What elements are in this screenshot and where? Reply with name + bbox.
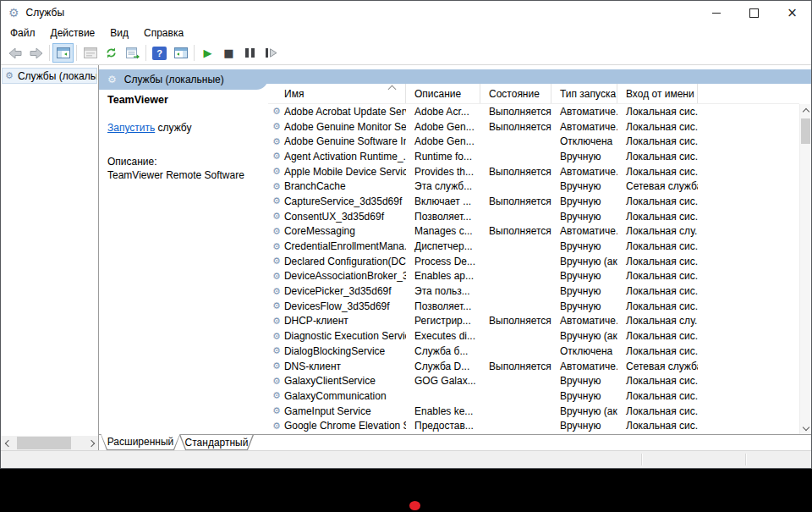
column-header-startup-type[interactable]: Тип запуска — [551, 84, 617, 103]
table-row[interactable]: ⚙Adobe Acrobat Update Serv...Adobe Acr..… — [268, 104, 799, 119]
table-row[interactable]: ⚙Declared Configuration(DC)...Process De… — [268, 254, 799, 269]
service-logon-as: Локальная сис... — [617, 240, 698, 252]
service-description: Включает ... — [406, 195, 480, 207]
menu-action[interactable]: Действие — [43, 25, 103, 41]
table-row[interactable]: ⚙DNS-клиентСлужба D...ВыполняетсяАвтомат… — [268, 359, 799, 374]
service-logon-as: Сетевая служба — [617, 180, 698, 192]
service-description: Служба D... — [406, 361, 480, 372]
export-list-button[interactable] — [122, 43, 143, 63]
show-action-pane-button[interactable] — [170, 43, 191, 63]
vertical-scroll-thumb[interactable] — [801, 118, 810, 144]
scroll-down-button[interactable] — [800, 421, 811, 433]
service-logon-as: Локальная сис... — [617, 420, 698, 432]
scroll-right-button[interactable] — [84, 436, 98, 450]
table-row[interactable]: ⚙DeviceAssociationBroker_3...Enables ap.… — [268, 269, 799, 284]
maximize-button[interactable] — [735, 1, 773, 25]
show-console-tree-button[interactable] — [52, 43, 74, 63]
list-vertical-scrollbar[interactable] — [799, 104, 811, 434]
service-description: Позволяет... — [406, 300, 480, 312]
chevron-down-icon — [802, 423, 809, 430]
table-row[interactable]: ⚙GalaxyClientServiceGOG Galax...ВручнуюЛ… — [268, 373, 799, 388]
table-row[interactable]: ⚙DHCP-клиентРегистрир...ВыполняетсяАвтом… — [268, 314, 799, 329]
table-row[interactable]: ⚙GalaxyCommunicationВручнуюЛокальная сис… — [268, 388, 799, 404]
chevron-up-icon — [802, 107, 809, 114]
scroll-up-button[interactable] — [800, 105, 811, 118]
service-rows: ⚙Adobe Acrobat Update Serv...Adobe Acr..… — [268, 104, 799, 434]
table-row[interactable]: ⚙Adobe Genuine Software In...Adobe Gen..… — [268, 134, 799, 149]
tab-extended[interactable]: Расширенный — [101, 434, 180, 450]
table-row[interactable]: ⚙BranchCacheЭта служб...ВручнуюСетевая с… — [268, 179, 799, 194]
tab-standard[interactable]: Стандартный — [179, 435, 254, 450]
menu-file[interactable]: Файл — [3, 25, 43, 41]
back-button[interactable] — [4, 43, 25, 63]
description-label: Описание: — [107, 156, 260, 168]
column-header-logon-as[interactable]: Вход от имени — [617, 84, 698, 103]
stop-service-button[interactable]: ■ — [218, 43, 239, 63]
service-name: GalaxyCommunication — [284, 390, 387, 402]
table-row[interactable]: ⚙Google Chrome Elevation S...Предостав..… — [268, 418, 799, 433]
service-gear-icon: ⚙ — [272, 301, 281, 311]
table-row[interactable]: ⚙Diagnostic Execution ServiceExecutes di… — [268, 328, 799, 344]
service-description: Enables ap... — [406, 270, 480, 282]
service-gear-icon: ⚙ — [272, 167, 281, 176]
table-row[interactable]: ⚙DialogBlockingServiceСлужба б...Отключе… — [268, 344, 799, 359]
table-row[interactable]: ⚙CoreMessagingManages c...ВыполняетсяАвт… — [268, 224, 799, 239]
pause-service-button[interactable] — [239, 43, 261, 63]
restart-service-button[interactable] — [261, 43, 282, 63]
forward-button[interactable] — [25, 43, 47, 63]
service-name: Apple Mobile Device Service — [284, 166, 406, 178]
table-row[interactable]: ⚙GameInput ServiceEnables ke...Вручную (… — [268, 404, 799, 419]
services-gear-icon: ⚙ — [5, 71, 14, 80]
table-row[interactable]: ⚙Apple Mobile Device ServiceProvides th.… — [268, 164, 799, 179]
service-logon-as: Локальная сис... — [617, 151, 698, 162]
help-button[interactable]: ? — [149, 43, 170, 63]
menu-help[interactable]: Справка — [136, 25, 191, 41]
service-startup-type: Вручную (ак... — [551, 405, 617, 417]
service-gear-icon: ⚙ — [272, 242, 281, 251]
start-service-link[interactable]: Запустить — [107, 122, 155, 134]
table-row[interactable]: ⚙DevicesFlow_3d35d69fПозволяет...Вручную… — [268, 299, 799, 314]
maximize-icon — [749, 8, 759, 18]
service-startup-type: Автоматиче... — [551, 361, 617, 372]
tab-standard-label: Стандартный — [179, 435, 254, 450]
action-pane-icon — [174, 47, 188, 58]
service-gear-icon: ⚙ — [272, 287, 281, 296]
table-row[interactable]: ⚙DevicePicker_3d35d69fЭта польз...Вручну… — [268, 284, 799, 299]
refresh-button[interactable] — [101, 43, 122, 63]
table-row[interactable]: ⚙ConsentUX_3d35d69fПозволяет...ВручнуюЛо… — [268, 209, 799, 224]
service-logon-as: Локальная сис... — [617, 300, 698, 312]
service-startup-type: Автоматиче... — [551, 315, 617, 327]
minimize-icon — [712, 13, 721, 14]
forward-arrow-icon — [30, 47, 43, 59]
column-header-description[interactable]: Описание — [406, 84, 480, 103]
service-startup-type: Вручную — [551, 240, 617, 252]
tree-horizontal-scrollbar[interactable] — [1, 436, 98, 450]
refresh-icon — [105, 47, 118, 59]
minimize-button[interactable] — [697, 1, 735, 25]
properties-button[interactable] — [80, 43, 101, 63]
service-logon-as: Локальная сис... — [617, 166, 698, 178]
close-button[interactable]: × — [773, 1, 811, 25]
service-description: Adobe Gen... — [406, 135, 480, 147]
column-header-name[interactable]: Имя — [268, 84, 406, 103]
service-startup-type: Вручную (ак... — [551, 256, 617, 267]
services-app-icon: ⚙ — [8, 7, 19, 19]
table-row[interactable]: ⚙CredentialEnrollmentMana...Диспетчер...… — [268, 239, 799, 254]
service-name: ConsentUX_3d35d69f — [284, 211, 384, 223]
scroll-left-button[interactable] — [1, 436, 15, 450]
service-status: Выполняется — [480, 106, 551, 118]
service-description: Adobe Gen... — [406, 121, 480, 133]
table-row[interactable]: ⚙Adobe Genuine Monitor Ser...Adobe Gen..… — [268, 119, 799, 135]
service-logon-as: Локальная сис... — [617, 330, 698, 342]
horizontal-scroll-thumb[interactable] — [17, 437, 71, 449]
service-status: Выполняется — [480, 166, 551, 178]
menu-view[interactable]: Вид — [102, 25, 136, 41]
column-header-status[interactable]: Состояние — [480, 84, 551, 103]
service-gear-icon: ⚙ — [272, 272, 281, 281]
service-name: DHCP-клиент — [284, 315, 348, 327]
table-row[interactable]: ⚙Agent Activation Runtime_...Runtime fo.… — [268, 149, 799, 164]
table-row[interactable]: ⚙CaptureService_3d35d69fВключает ...Выпо… — [268, 194, 799, 209]
start-service-button[interactable]: ▶ — [197, 43, 218, 63]
tree-item-services-local[interactable]: ⚙ Службы (локальные) — [2, 68, 97, 84]
service-logon-as: Локальная сис... — [617, 106, 698, 118]
